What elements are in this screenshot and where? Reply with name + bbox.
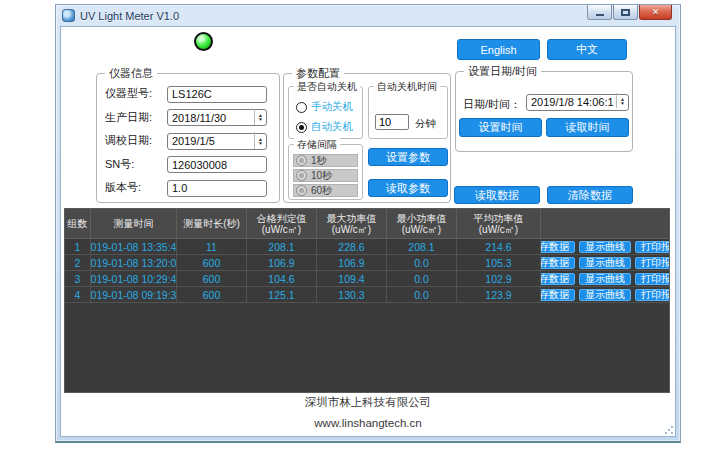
show-curve-button[interactable]: 显示曲线 [579,241,631,253]
manual-shutdown-option[interactable]: 手动关机 [296,100,353,114]
close-button[interactable]: ✕ [639,5,672,20]
cell-group-count: 4 [65,287,91,302]
table-header-row: 组数 测量时间 测量时长(秒) 合格判定值(uW/c㎡) 最大功率值(uW/c㎡… [65,209,669,239]
instrument-info-title: 仪器信息 [105,66,157,81]
calibration-date-field-row: 调校日期: ▲▼ [105,132,267,149]
cell-duration: 600 [177,255,247,270]
header-group-count: 组数 [65,209,91,238]
instrument-info-group: 仪器信息 仪器型号: 生产日期: ▲▼ 调校日期: ▲▼ SN号: [96,73,280,203]
set-params-button[interactable]: 设置参数 [368,148,448,166]
cell-group-count: 3 [65,271,91,286]
cell-min-power: 208.1 [387,239,457,254]
cell-avg-power: 102.9 [457,271,541,286]
minimize-icon [596,14,604,16]
cell-group-count: 1 [65,239,91,254]
version-field-row: 版本号: [105,179,267,196]
cell-duration: 600 [177,271,247,286]
show-curve-button[interactable]: 显示曲线 [579,273,631,285]
cell-max-power: 106.9 [317,255,387,270]
cell-threshold: 208.1 [247,239,317,254]
cell-min-power: 0.0 [387,287,457,302]
read-time-button[interactable]: 读取时间 [546,118,629,137]
interval-1s-label: 1秒 [311,154,327,168]
cell-threshold: 106.9 [247,255,317,270]
interval-10s-option[interactable]: 10秒 [293,169,358,182]
app-icon [62,9,75,22]
manual-shutdown-label: 手动关机 [311,100,353,114]
datetime-group-title: 设置日期/时间 [464,64,541,79]
minimize-button[interactable] [587,5,612,20]
radio-disabled-icon [296,170,307,181]
cell-actions: 保存数据 显示曲线 打印报告 [541,287,669,302]
window-title: UV Light Meter V1.0 [80,10,179,22]
clear-data-button[interactable]: 清除数据 [547,186,633,204]
model-field-row: 仪器型号: [105,85,267,102]
serial-number-field-row: SN号: [105,156,267,173]
radio-disabled-icon [296,185,307,196]
auto-shutdown-option[interactable]: 自动关机 [296,120,353,134]
header-actions [541,209,669,238]
print-report-button[interactable]: 打印报告 [635,241,669,253]
serial-number-input[interactable] [167,156,267,173]
save-data-button[interactable]: 保存数据 [541,257,575,269]
cell-measure-time: 2019-01-08 10:29:40 [91,271,177,286]
header-measure-time: 测量时间 [91,209,177,238]
print-report-button[interactable]: 打印报告 [635,273,669,285]
radio-checked-icon[interactable] [296,122,307,133]
param-config-title: 参数配置 [292,66,344,81]
shutdown-time-input[interactable] [375,114,409,130]
production-date-field-row: 生产日期: ▲▼ [105,109,267,126]
maximize-button[interactable] [613,5,638,20]
header-min-power: 最小功率值(uW/c㎡) [387,209,457,238]
set-time-button[interactable]: 设置时间 [459,118,542,137]
spinner-arrows-icon[interactable]: ▲▼ [616,93,628,108]
cell-max-power: 228.6 [317,239,387,254]
storage-interval-title: 存储间隔 [294,138,340,152]
table-row: 2 2019-01-08 13:20:04 600 106.9 106.9 0.… [65,255,669,271]
close-icon: ✕ [652,7,660,17]
save-data-button[interactable]: 保存数据 [541,241,575,253]
cell-max-power: 109.4 [317,271,387,286]
version-label: 版本号: [105,180,167,195]
datetime-input[interactable] [526,94,629,111]
resize-grip[interactable] [664,425,674,435]
language-english-button[interactable]: English [457,39,540,60]
production-date-input[interactable] [167,109,267,126]
cell-avg-power: 105.3 [457,255,541,270]
auto-shutdown-title: 是否自动关机 [294,80,360,94]
datetime-label: 日期/时间： [463,97,521,112]
cell-duration: 600 [177,287,247,302]
spinner-arrows-icon[interactable]: ▲▼ [254,109,266,126]
model-input[interactable] [167,86,267,103]
header-avg-power: 平均功率值(uW/c㎡) [457,209,541,238]
save-data-button[interactable]: 保存数据 [541,289,575,301]
show-curve-button[interactable]: 显示曲线 [579,257,631,269]
show-curve-button[interactable]: 显示曲线 [579,289,631,301]
maximize-icon [621,9,630,16]
datetime-group: 设置日期/时间 日期/时间： ▲▼ 设置时间 读取时间 [455,71,633,152]
cell-threshold: 125.1 [247,287,317,302]
interval-10s-label: 10秒 [311,169,332,183]
read-data-button[interactable]: 读取数据 [454,186,540,204]
cell-measure-time: 2019-01-08 13:35:47 [91,239,177,254]
interval-1s-option[interactable]: 1秒 [293,154,358,167]
version-input[interactable] [167,180,267,197]
table-row: 4 2019-01-08 09:19:35 600 125.1 130.3 0.… [65,287,669,303]
read-params-button[interactable]: 读取参数 [368,179,448,197]
window-controls: ✕ [586,5,672,20]
radio-unchecked-icon[interactable] [296,102,307,113]
header-duration: 测量时长(秒) [177,209,247,238]
spinner-arrows-icon[interactable]: ▲▼ [254,132,266,149]
shutdown-time-group: 自动关机时间 分钟 [368,86,448,139]
language-chinese-button[interactable]: 中文 [547,39,627,60]
interval-60s-option[interactable]: 60秒 [293,184,358,197]
client-area: English 中文 仪器信息 仪器型号: 生产日期: ▲▼ 调校日期: ▲▼ [60,26,676,437]
calibration-date-input[interactable] [167,133,267,150]
print-report-button[interactable]: 打印报告 [635,257,669,269]
cell-group-count: 2 [65,255,91,270]
app-window: UV Light Meter V1.0 ✕ English 中文 仪器信息 仪器… [55,4,681,443]
status-led-indicator [194,32,213,51]
save-data-button[interactable]: 保存数据 [541,273,575,285]
model-label: 仪器型号: [105,86,167,101]
print-report-button[interactable]: 打印报告 [635,289,669,301]
